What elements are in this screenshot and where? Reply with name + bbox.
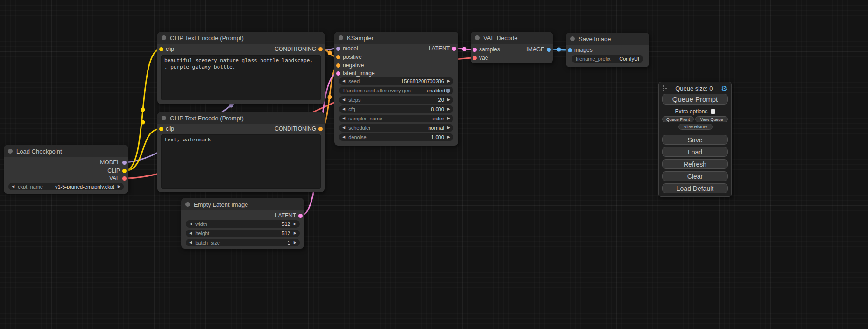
negative-prompt-textarea[interactable]: text, watermark	[161, 134, 321, 189]
model-output-port[interactable]	[122, 161, 127, 165]
widget-control-after-generate[interactable]: Random seed after every gen enabled	[339, 87, 453, 94]
decrement-icon[interactable]: ◀	[189, 220, 192, 228]
increment-icon[interactable]: ▶	[447, 105, 450, 113]
node-title: Save Image	[579, 35, 611, 42]
decrement-icon[interactable]: ◀	[342, 124, 345, 132]
decrement-icon[interactable]: ◀	[12, 183, 14, 190]
clear-button[interactable]: Clear	[662, 171, 728, 181]
conditioning-output-port[interactable]	[318, 127, 323, 131]
latent-output-port[interactable]	[298, 214, 303, 218]
load-button[interactable]: Load	[662, 147, 728, 157]
output-slot-image: IMAGE	[526, 46, 551, 53]
load-default-button[interactable]: Load Default	[662, 183, 728, 193]
extra-options-checkbox[interactable]	[711, 109, 715, 114]
node-title-bar[interactable]: Load Checkpoint	[4, 145, 128, 157]
toggle-knob-icon[interactable]	[446, 89, 450, 93]
view-history-button[interactable]: View History	[678, 124, 713, 130]
queue-prompt-button[interactable]: Queue Prompt	[662, 94, 728, 105]
positive-input-port[interactable]	[336, 55, 340, 59]
node-title-bar[interactable]: CLIP Text Encode (Prompt)	[157, 112, 325, 124]
slot-label: CLIP	[107, 168, 120, 174]
decrement-icon[interactable]: ◀	[342, 77, 345, 85]
link-midpoint-dot	[328, 51, 332, 55]
widget-sampler-name[interactable]: ◀ sampler_name euler ▶	[339, 115, 453, 122]
node-title-bar[interactable]: Save Image	[566, 33, 649, 45]
node-clip-text-encode-positive[interactable]: CLIP Text Encode (Prompt) clip CONDITION…	[157, 32, 325, 104]
slot-label: negative	[343, 62, 364, 69]
slot-label: MODEL	[100, 159, 120, 166]
widget-ckpt-name[interactable]: ◀ ckpt_name v1-5-pruned-emaonly.ckpt ▶	[8, 183, 124, 190]
widget-label: width	[195, 221, 207, 227]
node-load-checkpoint[interactable]: Load Checkpoint MODEL CLIP VAE ◀ ckpt_na…	[4, 145, 128, 194]
node-save-image[interactable]: Save Image images filename_prefix ComfyU…	[566, 33, 649, 67]
node-graph-canvas[interactable]: Load Checkpoint MODEL CLIP VAE ◀ ckpt_na…	[0, 0, 868, 329]
increment-icon[interactable]: ▶	[447, 96, 450, 104]
model-input-port[interactable]	[336, 47, 340, 51]
slot-label: vae	[479, 55, 488, 61]
widget-seed[interactable]: ◀ seed 156680208700286 ▶	[339, 77, 453, 85]
node-empty-latent-image[interactable]: Empty Latent Image LATENT ◀ width 512 ▶ …	[181, 198, 304, 249]
view-queue-button[interactable]: View Queue	[695, 116, 728, 122]
widget-label: steps	[348, 97, 360, 103]
widget-cfg[interactable]: ◀ cfg 8.000 ▶	[339, 105, 453, 113]
widget-steps[interactable]: ◀ steps 20 ▶	[339, 96, 453, 104]
node-title-bar[interactable]: CLIP Text Encode (Prompt)	[157, 32, 325, 44]
decrement-icon[interactable]: ◀	[189, 239, 192, 246]
positive-prompt-textarea[interactable]: beautiful scenery nature glass bottle la…	[161, 55, 321, 100]
widget-batch-size[interactable]: ◀ batch_size 1 ▶	[186, 239, 300, 246]
conditioning-output-port[interactable]	[318, 47, 323, 51]
widget-filename-prefix[interactable]: filename_prefix ComfyUI	[572, 55, 643, 63]
node-clip-text-encode-negative[interactable]: CLIP Text Encode (Prompt) clip CONDITION…	[157, 112, 325, 192]
settings-gear-icon[interactable]: ⚙	[721, 85, 727, 92]
node-collapse-dot[interactable]	[162, 116, 166, 120]
drag-handle-icon[interactable]	[663, 85, 667, 92]
decrement-icon[interactable]: ◀	[189, 230, 192, 237]
node-title-bar[interactable]: VAE Decode	[471, 32, 553, 44]
decrement-icon[interactable]: ◀	[342, 96, 345, 104]
node-ksampler[interactable]: KSampler model positive negative latent_…	[334, 32, 458, 146]
save-button[interactable]: Save	[662, 135, 728, 145]
increment-icon[interactable]: ▶	[447, 115, 450, 122]
increment-icon[interactable]: ▶	[294, 220, 296, 228]
negative-input-port[interactable]	[336, 63, 340, 68]
node-title-bar[interactable]: KSampler	[334, 32, 458, 44]
increment-icon[interactable]: ▶	[118, 183, 120, 190]
increment-icon[interactable]: ▶	[294, 230, 296, 237]
samples-input-port[interactable]	[473, 48, 477, 52]
increment-icon[interactable]: ▶	[294, 239, 296, 246]
widget-scheduler[interactable]: ◀ scheduler normal ▶	[339, 124, 453, 132]
node-collapse-dot[interactable]	[339, 35, 343, 40]
node-collapse-dot[interactable]	[162, 35, 166, 40]
decrement-icon[interactable]: ◀	[342, 133, 345, 141]
image-output-port[interactable]	[547, 48, 551, 52]
widget-value: 512	[282, 221, 290, 227]
clip-input-port[interactable]	[159, 127, 163, 131]
output-slot-conditioning: CONDITIONING	[275, 45, 323, 53]
decrement-icon[interactable]: ◀	[342, 115, 345, 122]
widget-width[interactable]: ◀ width 512 ▶	[186, 220, 300, 228]
node-collapse-dot[interactable]	[570, 36, 575, 41]
images-input-port[interactable]	[568, 48, 572, 52]
node-collapse-dot[interactable]	[475, 35, 480, 40]
increment-icon[interactable]: ▶	[447, 77, 450, 85]
widget-denoise[interactable]: ◀ denoise 1.000 ▶	[339, 133, 453, 141]
decrement-icon[interactable]: ◀	[342, 105, 345, 113]
link-midpoint-dot	[462, 47, 466, 51]
increment-icon[interactable]: ▶	[447, 133, 450, 141]
widget-label: batch_size	[195, 240, 220, 245]
node-collapse-dot[interactable]	[185, 202, 190, 207]
queue-front-button[interactable]: Queue Front	[662, 116, 694, 122]
clip-output-port[interactable]	[122, 169, 127, 173]
vae-output-port[interactable]	[122, 176, 127, 181]
node-vae-decode[interactable]: VAE Decode samples vae IMAGE	[471, 32, 553, 63]
queue-size-label: Queue size: 0	[667, 85, 721, 92]
clip-input-port[interactable]	[159, 47, 163, 51]
widget-height[interactable]: ◀ height 512 ▶	[186, 230, 300, 237]
refresh-button[interactable]: Refresh	[662, 159, 728, 169]
increment-icon[interactable]: ▶	[447, 124, 450, 132]
node-collapse-dot[interactable]	[8, 149, 13, 154]
latent-image-input-port[interactable]	[336, 71, 340, 76]
latent-output-port[interactable]	[452, 47, 456, 51]
vae-input-port[interactable]	[473, 56, 477, 60]
node-title-bar[interactable]: Empty Latent Image	[181, 198, 304, 210]
